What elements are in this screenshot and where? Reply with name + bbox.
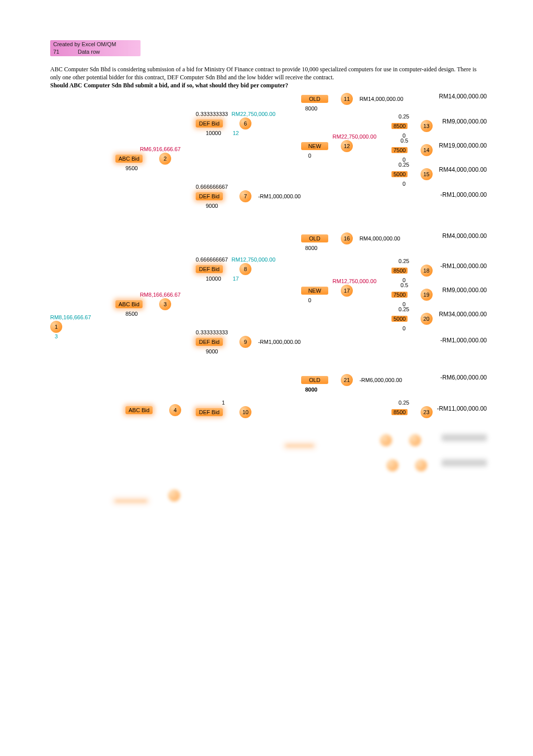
leaf-id-13: 13 — [421, 120, 433, 132]
def-price-8: 10000 — [206, 276, 221, 282]
def-label-6: DEF Bid — [196, 119, 223, 128]
def-price-9: 9000 — [206, 348, 218, 354]
payoff-11: RM14,000,000.00 — [432, 93, 487, 100]
leaf-price-15: 5000 — [391, 171, 408, 177]
def-label-9: DEF Bid — [196, 338, 223, 346]
def-prob-6: 0.333333333 — [196, 111, 228, 117]
tech-node-17: RM12,750,000.00 NEW 17 0 — [301, 278, 376, 304]
tech-price-16: 8000 — [305, 245, 317, 251]
payoff-9: -RM1,000,000.00 — [432, 337, 487, 344]
payoff-21: -RM6,000,000.00 — [432, 374, 487, 381]
leaf-20: 0.25 5000 20 0 — [391, 306, 433, 332]
leaf-zero-20: 0 — [403, 325, 406, 331]
tech-branchval-12: RM22,750,000.00 — [301, 133, 376, 140]
payoff-16: RM4,000,000.00 — [432, 232, 487, 239]
root-id: 1 — [50, 321, 62, 333]
payoff-15: RM44,000,000.00 — [432, 166, 487, 173]
abc-label-4: ABC Bid — [125, 406, 153, 414]
def-id-7: 7 — [239, 190, 251, 202]
leaf-15: 0.25 5000 15 0 — [391, 161, 433, 187]
text-line-1: ABC Computer Sdn Bhd is considering subm… — [50, 66, 476, 73]
def-node-10: 1 DEF Bid 10 — [196, 399, 251, 418]
leaf-prob-15: 0.25 — [398, 162, 409, 168]
def-node-8: 0.666666667 RM12,750,000.00 DEF Bid 8 10… — [196, 256, 276, 282]
tech-label-21: OLD — [301, 376, 328, 384]
def-node-6: 0.333333333 RM22,750,000.00 DEF Bid 6 10… — [196, 110, 276, 137]
def-result-7: -RM1,000,000.00 — [258, 193, 301, 199]
problem-text: ABC Computer Sdn Bhd is considering subm… — [50, 65, 482, 90]
leaf-23: 0.25 8500 23 — [391, 399, 433, 418]
root-best: 3 — [50, 333, 62, 340]
def-prob-9: 0.333333333 — [196, 329, 228, 335]
tech-id-17: 17 — [341, 285, 353, 297]
tech-value-11: RM14,000,000.00 — [359, 96, 403, 102]
leaf-13: 0.25 8500 13 0 — [391, 113, 433, 139]
leaf-id-19: 19 — [421, 289, 433, 301]
tech-node-11: OLD 11 RM14,000,000.00 8000 — [301, 93, 404, 112]
def-label-7: DEF Bid — [196, 192, 223, 200]
def-result-9: -RM1,000,000.00 — [258, 339, 301, 345]
abc-price-2: 9500 — [125, 165, 181, 172]
def-id-8: 8 — [239, 263, 251, 275]
def-label-8: DEF Bid — [196, 265, 223, 273]
leaf-prob-14: 0.5 — [401, 138, 408, 144]
tech-id-21: 21 — [341, 374, 353, 386]
leaf-id-14: 14 — [421, 144, 433, 156]
tech-id-11: 11 — [341, 93, 353, 105]
tech-price-11: 8000 — [305, 105, 317, 111]
tech-id-12: 12 — [341, 140, 353, 152]
leaf-price-14: 7500 — [391, 147, 408, 153]
blurred-row-3 — [115, 489, 196, 502]
leaf-prob-19: 0.5 — [401, 282, 408, 288]
abc-label-2: ABC Bid — [115, 155, 143, 163]
leaf-zero-15: 0 — [403, 181, 406, 187]
leaf-id-15: 15 — [421, 168, 433, 180]
abc-node-4: ABC Bid 4 — [125, 404, 181, 416]
tech-value-21: -RM6,000,000.00 — [359, 377, 402, 383]
leaf-price-23: 8500 — [391, 409, 408, 415]
def-label-10: DEF Bid — [196, 408, 223, 416]
header-num: 71 — [53, 49, 59, 55]
def-price-7: 9000 — [206, 203, 218, 209]
abc-value-3: RM8,166,666.67 — [115, 291, 181, 298]
def-prob-10: 1 — [222, 400, 225, 406]
leaf-price-18: 8500 — [391, 268, 408, 274]
leaf-id-20: 20 — [421, 313, 433, 325]
tech-node-12: RM22,750,000.00 NEW 12 0 — [301, 133, 376, 159]
tech-price-17: 0 — [308, 297, 311, 303]
leaf-18: 0.25 8500 18 0 — [391, 258, 433, 284]
def-id-6: 6 — [239, 117, 251, 130]
def-price-6: 10000 — [206, 130, 221, 136]
def-id-9: 9 — [239, 336, 251, 348]
tech-price-12: 0 — [308, 153, 311, 159]
payoff-14: RM19,000,000.00 — [432, 142, 487, 149]
abc-id-3: 3 — [159, 298, 171, 310]
abc-value-2: RM6,916,666.67 — [115, 146, 181, 153]
abc-node-9500: RM6,916,666.67 ABC Bid 2 9500 — [115, 146, 181, 172]
leaf-price-13: 8500 — [391, 123, 408, 129]
abc-id-4: 4 — [169, 404, 181, 416]
tech-label-17: NEW — [301, 287, 328, 295]
def-id-10: 10 — [239, 406, 251, 418]
payoff-19: RM9,000,000.00 — [432, 287, 487, 294]
blurred-row-1 — [286, 434, 432, 447]
header-label: Data row — [78, 49, 100, 55]
payoff-13: RM9,000,000.00 — [432, 118, 487, 125]
abc-node-8500: RM8,166,666.67 ABC Bid 3 8500 — [115, 291, 181, 317]
blurred-value-2 — [442, 459, 487, 466]
leaf-id-23: 23 — [421, 406, 433, 418]
leaf-prob-20: 0.25 — [398, 306, 409, 312]
def-branchval-6: RM22,750,000.00 — [231, 111, 275, 117]
tech-node-21: OLD 21 -RM6,000,000.00 8000 — [301, 374, 402, 393]
def-prob-7: 0.666666667 — [196, 184, 228, 190]
def-node-9: 0.333333333 DEF Bid 9 -RM1,000,000.00 90… — [196, 329, 301, 355]
root-node: RM8,166,666.67 1 3 — [50, 314, 91, 340]
leaf-19: 0.5 7500 19 0 — [391, 282, 433, 308]
abc-label-3: ABC Bid — [115, 300, 143, 308]
tech-label-11: OLD — [301, 95, 328, 103]
leaf-prob-23: 0.25 — [398, 400, 409, 406]
def-branchval-8: RM12,750,000.00 — [231, 257, 275, 263]
leaf-14: 0.5 7500 14 0 — [391, 137, 433, 163]
leaf-prob-13: 0.25 — [398, 113, 409, 119]
payoff-7: -RM1,000,000.00 — [432, 191, 487, 198]
